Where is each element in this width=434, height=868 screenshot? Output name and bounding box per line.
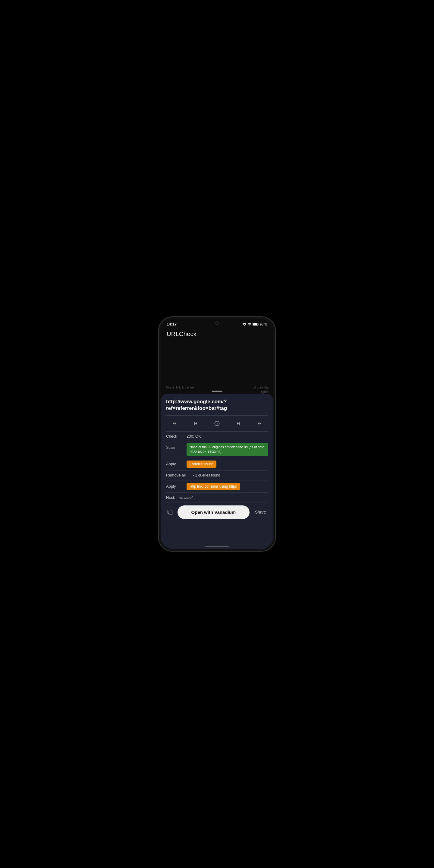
- copy-icon: [167, 509, 173, 516]
- fast-forward-button[interactable]: [253, 420, 266, 427]
- check-label: Check: [166, 434, 183, 438]
- status-icons: 98 %: [242, 322, 267, 326]
- rewind-icon: [172, 421, 178, 426]
- apply-referral-label: Apply: [166, 462, 183, 466]
- camera-notch: [215, 321, 219, 325]
- queries-found-text: 2 queries found: [195, 473, 220, 477]
- step-back-icon: [193, 421, 198, 426]
- action-row: Open with Vanadium Share: [161, 502, 273, 521]
- wifi-icon: [242, 322, 247, 326]
- remove-all-label: Remove all: [166, 473, 190, 477]
- svg-rect-2: [253, 323, 257, 325]
- apply-https-label: Apply: [166, 484, 183, 489]
- history-button[interactable]: [211, 419, 223, 428]
- battery-text: 98 %: [260, 322, 267, 326]
- step-back-button[interactable]: [190, 420, 201, 427]
- status-bar: 14:17 98 %: [161, 319, 273, 328]
- phone-frame: 14:17 98 % UR: [158, 316, 276, 552]
- apply-https-badge[interactable]: Http link, consider using https: [187, 483, 240, 490]
- bg-text-left: This url link it, the link: [165, 385, 202, 390]
- bottom-sheet: http://www.google.com/?ref=referrer&foo=…: [161, 394, 273, 549]
- remove-all-row: Remove all › 2 queries found: [161, 470, 273, 480]
- step-forward-button[interactable]: [233, 420, 244, 427]
- check-value: 200: OK: [187, 434, 201, 438]
- step-forward-icon: [236, 421, 241, 426]
- chevron-icon: ›: [193, 473, 194, 478]
- copy-button[interactable]: [165, 507, 175, 517]
- apply-https-row: Apply Http link, consider using https: [161, 480, 273, 493]
- app-title: URLCheck: [167, 331, 196, 337]
- controls-row: [161, 415, 273, 431]
- check-row: Check 200: OK: [161, 432, 273, 441]
- scan-label: Scan: [166, 443, 183, 450]
- signal-icon: [248, 322, 251, 326]
- svg-rect-1: [258, 324, 258, 325]
- status-time: 14:17: [167, 322, 177, 327]
- host-label: Host:: [166, 495, 175, 500]
- url-display: http://www.google.com/?ref=referrer&foo=…: [166, 398, 268, 412]
- share-button[interactable]: Share: [253, 508, 269, 516]
- sheet-handle: [212, 391, 222, 392]
- host-row: Host: no label: [161, 493, 273, 502]
- home-bar: [205, 547, 229, 547]
- battery-icon: [253, 322, 258, 326]
- host-value: no label: [179, 495, 193, 500]
- rewind-button[interactable]: [168, 420, 181, 427]
- app-bar: URLCheck: [161, 328, 273, 341]
- history-icon: [214, 421, 220, 427]
- apply-referral-row: Apply - referral found: [161, 458, 273, 470]
- svg-rect-4: [169, 511, 172, 515]
- open-vanadium-button[interactable]: Open with Vanadium: [178, 505, 250, 519]
- scan-row: Scan None of the 86 engines detected the…: [161, 441, 273, 458]
- phone-screen: 14:17 98 % UR: [161, 319, 273, 549]
- bg-text-right: url open the figure: [250, 385, 269, 394]
- scan-badge: None of the 86 engines detected the url …: [187, 443, 268, 456]
- fast-forward-icon: [256, 421, 262, 426]
- apply-referral-badge[interactable]: - referral found: [187, 461, 216, 468]
- url-section: http://www.google.com/?ref=referrer&foo=…: [161, 394, 273, 415]
- queries-expand[interactable]: › 2 queries found: [193, 473, 220, 478]
